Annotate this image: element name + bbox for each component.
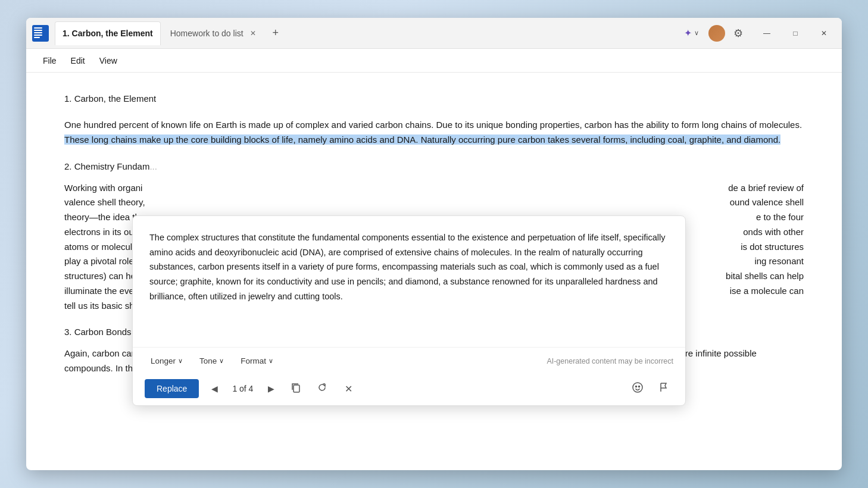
longer-label: Longer (151, 356, 176, 365)
title-bar: 1. Carbon, the Element Homework to do li… (26, 18, 842, 49)
tone-button[interactable]: Tone ∨ (193, 354, 230, 368)
smiley-icon (632, 381, 644, 396)
inactive-tab[interactable]: Homework to do list ✕ (163, 21, 265, 45)
svg-rect-1 (34, 27, 42, 29)
app-icon (31, 24, 50, 43)
ai-sparkle-icon: ✦ (684, 27, 692, 39)
paragraph1-selected: These long chains make up the core build… (64, 134, 780, 145)
svg-rect-4 (34, 35, 42, 36)
rewrite-popup: The complex structures that constitute t… (132, 215, 686, 406)
close-icon: ✕ (821, 29, 827, 37)
prev-button[interactable]: ◀ (206, 380, 223, 397)
tab-close-button[interactable]: ✕ (248, 29, 258, 38)
ai-disclaimer: AI-generated content may be incorrect (547, 355, 673, 367)
popup-actions: Replace ◀ 1 of 4 ▶ (133, 374, 685, 405)
maximize-button[interactable]: □ (782, 24, 808, 43)
maximize-icon: □ (793, 29, 797, 37)
copy-icon (291, 382, 301, 395)
svg-point-7 (633, 383, 642, 392)
tone-label: Tone (199, 356, 217, 365)
minimize-icon: — (763, 29, 770, 37)
ai-chevron-icon: ∨ (694, 29, 699, 37)
active-tab[interactable]: 1. Carbon, the Element (55, 21, 161, 45)
svg-rect-6 (294, 385, 299, 392)
settings-button[interactable]: ⚙ (730, 25, 747, 42)
close-button[interactable]: ✕ (811, 24, 837, 43)
longer-button[interactable]: Longer ∨ (145, 354, 189, 368)
menu-file[interactable]: File (36, 54, 64, 68)
refresh-icon (317, 382, 327, 395)
section1-title: 1. Carbon, the Element (64, 92, 804, 106)
next-button[interactable]: ▶ (263, 380, 279, 397)
user-avatar[interactable] (708, 25, 725, 42)
close-popup-button[interactable]: ✕ (339, 379, 358, 398)
section2-title: 2. Chemistry Fundam... (64, 159, 804, 174)
longer-chevron-icon: ∨ (178, 357, 183, 365)
window-controls: — □ ✕ (754, 24, 837, 43)
format-label: Format (241, 356, 266, 365)
copy-button[interactable] (286, 379, 305, 398)
menu-view[interactable]: View (92, 54, 124, 68)
popup-rewritten-text: The complex structures that constitute t… (133, 216, 685, 347)
svg-rect-5 (34, 37, 40, 38)
title-bar-controls: ✦ ∨ ⚙ (679, 25, 747, 42)
prev-icon: ◀ (211, 384, 218, 393)
next-icon: ▶ (268, 384, 274, 393)
svg-point-9 (639, 386, 640, 387)
page-indicator: 1 of 4 (232, 382, 253, 395)
svg-point-8 (636, 386, 637, 387)
paragraph1: One hundred percent of known life on Ear… (64, 118, 804, 148)
format-chevron-icon: ∨ (268, 357, 273, 365)
menu-bar: File Edit View (26, 49, 842, 73)
svg-rect-2 (34, 30, 42, 31)
new-tab-button[interactable]: + (267, 25, 284, 42)
app-window: 1. Carbon, the Element Homework to do li… (26, 18, 842, 470)
flag-icon (658, 382, 669, 395)
gear-icon: ⚙ (733, 27, 743, 40)
format-button[interactable]: Format ∨ (235, 354, 279, 368)
minimize-button[interactable]: — (754, 24, 780, 43)
smiley-button[interactable] (628, 379, 647, 398)
document-content: 1. Carbon, the Element One hundred perce… (26, 73, 842, 470)
tone-chevron-icon: ∨ (219, 357, 224, 365)
flag-button[interactable] (654, 379, 673, 398)
menu-edit[interactable]: Edit (64, 54, 92, 68)
close-popup-icon: ✕ (345, 383, 352, 395)
replace-button[interactable]: Replace (145, 379, 199, 398)
popup-toolbar: Longer ∨ Tone ∨ Format ∨ AI-generated co… (133, 347, 685, 374)
svg-rect-3 (34, 32, 42, 33)
active-tab-label: 1. Carbon, the Element (63, 29, 153, 38)
inactive-tab-label: Homework to do list (170, 29, 243, 38)
paragraph1-before: One hundred percent of known life on Ear… (64, 120, 802, 130)
refresh-button[interactable] (313, 379, 332, 398)
ai-button[interactable]: ✦ ∨ (679, 25, 704, 41)
